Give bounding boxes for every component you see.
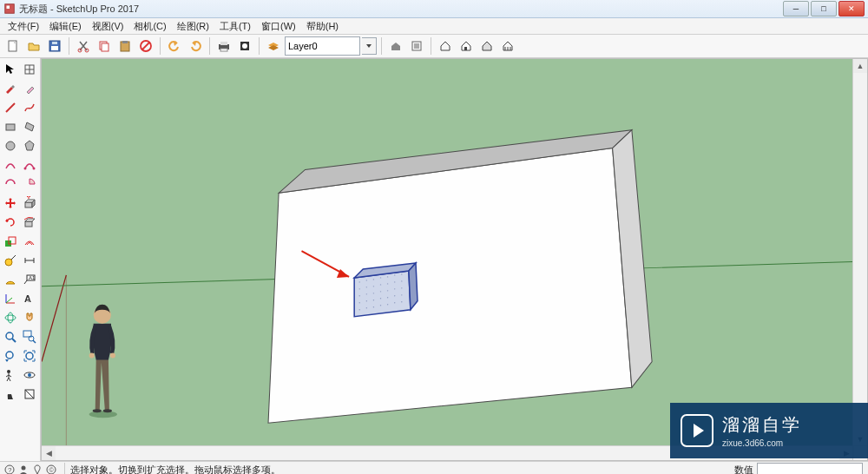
cut-icon[interactable] [74,36,93,56]
3dtext-icon[interactable]: A [20,289,39,308]
model-info-icon[interactable] [235,36,254,56]
offset-icon[interactable] [20,232,39,251]
viewport[interactable]: ▲ ▼ ◀ ▶ [41,58,868,461]
svg-rect-16 [220,49,227,51]
house2-icon[interactable] [457,36,476,56]
house3-icon[interactable] [477,36,496,56]
open-file-icon[interactable] [24,36,43,56]
menu-edit[interactable]: 编辑(E) [45,19,86,34]
print-icon[interactable] [214,36,233,56]
save-file-icon[interactable] [45,36,64,56]
svg-point-93 [373,286,374,286]
arc2-icon[interactable] [20,155,39,174]
zoom-previous-icon[interactable] [1,346,20,365]
house4-icon[interactable] [498,36,517,56]
pie-icon[interactable] [20,174,39,194]
warehouse-icon[interactable] [386,36,405,56]
scroll-left-icon[interactable]: ◀ [42,446,56,460]
menu-view[interactable]: 视图(V) [88,19,128,34]
freehand-icon[interactable] [20,98,39,117]
svg-point-100 [373,293,374,293]
menu-help[interactable]: 帮助(H) [302,19,343,34]
svg-point-109 [387,297,388,298]
erase-icon[interactable] [20,79,39,98]
move-icon[interactable] [1,194,20,213]
viewport-vertical-scrollbar[interactable]: ▲ ▼ [852,59,867,446]
look-around-icon[interactable] [20,365,39,385]
svg-point-92 [366,286,367,287]
svg-point-95 [387,283,388,284]
rectangle-icon[interactable] [1,117,20,136]
axes-icon[interactable] [1,289,20,308]
menu-file[interactable]: 文件(F) [3,19,43,34]
house1-icon[interactable] [436,36,455,56]
protractor-icon[interactable] [1,270,20,289]
menu-camera[interactable]: 相机(C) [129,19,170,34]
delete-icon[interactable] [136,36,155,56]
viewport-horizontal-scrollbar[interactable]: ◀ ▶ [42,445,853,460]
layer-icon[interactable] [264,36,283,56]
pushpull-icon[interactable] [20,194,39,213]
layer-select[interactable] [285,36,360,56]
dimension-icon[interactable] [20,251,39,270]
rotate-icon[interactable] [1,213,20,232]
svg-point-91 [359,288,360,289]
new-file-icon[interactable] [3,36,23,56]
svg-point-119 [736,410,744,418]
tape-icon[interactable] [1,251,20,270]
rotated-rect-icon[interactable] [20,117,39,136]
svg-point-86 [373,279,374,280]
status-help-icon[interactable]: ? [3,464,16,474]
undo-icon[interactable] [165,36,184,56]
component-tool-icon[interactable] [20,60,39,79]
paint-icon[interactable] [1,79,20,98]
scroll-up-icon[interactable]: ▲ [853,59,867,73]
status-hint: 选择对象。切换到扩充选择。拖动鼠标选择多项。 [69,464,280,475]
zoom-window-icon[interactable] [20,327,39,346]
scroll-down-icon[interactable]: ▼ [853,432,867,446]
select-icon[interactable] [1,60,20,79]
close-button[interactable]: ✕ [838,1,865,16]
status-credit-icon[interactable]: © [45,464,57,474]
status-user-icon[interactable] [17,464,30,474]
svg-point-70 [89,353,95,359]
svg-rect-9 [102,43,108,51]
paste-icon[interactable] [115,36,135,56]
scale-icon[interactable] [1,232,20,251]
menu-window[interactable]: 窗口(W) [257,19,300,34]
svg-point-117 [394,302,395,303]
walk-icon[interactable] [1,385,20,404]
polygon-icon[interactable] [20,136,39,155]
followme-icon[interactable] [20,213,39,232]
line-icon[interactable] [1,98,20,117]
minimize-button[interactable]: ─ [783,1,809,16]
section-icon[interactable] [20,385,39,404]
measure-input[interactable] [757,463,863,474]
arc3-icon[interactable] [1,174,20,194]
svg-point-97 [401,280,402,281]
orbit-icon[interactable] [1,308,20,327]
menu-tools[interactable]: 工具(T) [215,19,255,34]
svg-point-116 [387,304,388,305]
svg-point-96 [394,281,395,282]
circle-icon[interactable] [1,136,20,155]
text-icon[interactable]: A1 [20,270,39,289]
scroll-corner [852,445,867,460]
menu-draw[interactable]: 绘图(R) [173,19,214,34]
svg-rect-21 [464,47,467,50]
component-icon[interactable] [407,36,426,56]
status-geo-icon[interactable] [31,464,43,474]
svg-point-110 [394,295,395,296]
scroll-right-icon[interactable]: ▶ [839,446,853,460]
zoom-extents-icon[interactable] [20,346,39,365]
pan-icon[interactable] [20,308,39,327]
copy-icon[interactable] [95,36,114,56]
zoom-icon[interactable] [1,327,20,346]
position-camera-icon[interactable] [1,365,20,385]
layer-dropdown-icon[interactable] [362,37,377,55]
svg-line-52 [12,339,16,342]
arc-icon[interactable] [1,155,20,174]
redo-icon[interactable] [186,36,205,56]
svg-point-31 [24,168,27,170]
maximize-button[interactable]: □ [811,1,837,16]
